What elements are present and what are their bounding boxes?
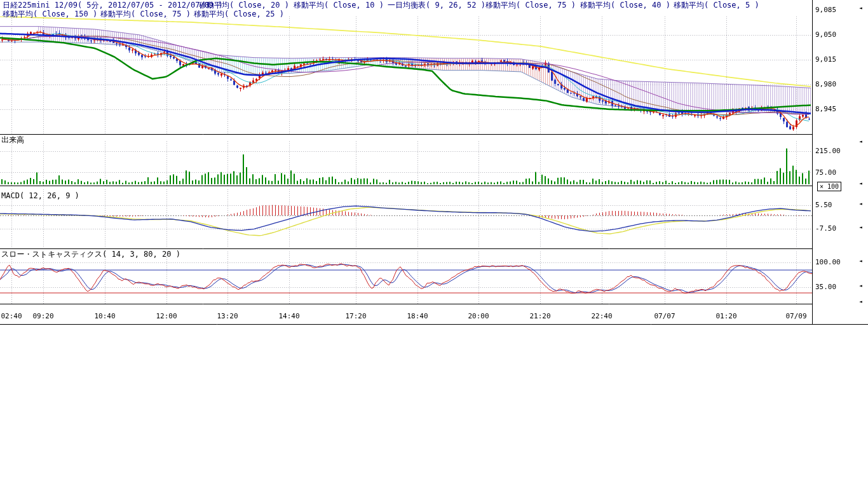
macd-axis-tick: -7.50 bbox=[815, 225, 836, 233]
macd-panel-label: MACD( 12, 26, 9 ) bbox=[1, 192, 79, 200]
chart-canvas[interactable] bbox=[0, 0, 868, 330]
charting-app-window: 日経225mini 12/09( 5分, 2012/07/05 - 2012/0… bbox=[0, 0, 868, 488]
axis-scroll-arrow-icon[interactable]: ◄ bbox=[859, 201, 862, 207]
indicator-label-ma25: 移動平均( Close, 25 ) bbox=[194, 10, 284, 18]
volume-multiplier-badge: × 100 bbox=[817, 182, 841, 191]
time-axis-tick: 13:20 bbox=[217, 313, 238, 320]
time-axis-tick: 07/09 bbox=[785, 313, 806, 320]
indicator-label-ma75b: 移動平均( Close, 75 ) bbox=[100, 10, 191, 18]
macd-axis-tick: 5.50 bbox=[815, 201, 832, 209]
time-axis-tick: 22:40 bbox=[591, 313, 612, 320]
time-axis-tick: 18:40 bbox=[407, 313, 428, 320]
time-axis-tick: 07/07 bbox=[654, 313, 675, 320]
axis-scroll-arrow-icon[interactable]: ◄ bbox=[859, 5, 862, 11]
time-axis-tick: 01:20 bbox=[715, 313, 736, 320]
indicator-label-ma75: 移動平均( Close, 75 ) bbox=[485, 1, 576, 10]
axis-scroll-arrow-icon[interactable]: ◄ bbox=[859, 180, 862, 186]
time-axis-tick: 20:00 bbox=[468, 313, 489, 320]
time-axis-tick: 02:40 bbox=[1, 313, 22, 320]
indicator-label-ma20: 移動平均( Close, 20 ) bbox=[199, 1, 289, 10]
indicator-label-ma5: 移動平均( Close, 5 ) bbox=[674, 1, 759, 10]
axis-scroll-arrow-icon[interactable]: ◄ bbox=[859, 299, 862, 304]
stoch-axis-tick: 35.00 bbox=[815, 283, 836, 291]
price-axis-tick: 9,015 bbox=[815, 56, 836, 64]
instrument-title: 日経225mini 12/09( 5分, 2012/07/05 - 2012/0… bbox=[3, 1, 223, 10]
indicator-label-ichimoku: 一目均衡表( 9, 26, 52 ) bbox=[388, 1, 485, 10]
time-axis-tick: 09:20 bbox=[32, 313, 53, 320]
price-axis-tick: 8,980 bbox=[815, 81, 836, 88]
time-axis-tick: 12:00 bbox=[156, 313, 177, 320]
time-axis-tick: 21:20 bbox=[529, 313, 550, 320]
volume-axis-tick: 75.00 bbox=[815, 169, 836, 177]
indicator-label-ma10: 移動平均( Close, 10 ) bbox=[294, 1, 384, 10]
price-axis-tick: 9,050 bbox=[815, 31, 836, 39]
volume-axis-tick: 215.00 bbox=[815, 147, 841, 155]
time-axis-tick: 14:40 bbox=[278, 313, 299, 320]
axis-scroll-arrow-icon[interactable]: ◄ bbox=[859, 224, 862, 230]
axis-scroll-arrow-icon[interactable]: ◄ bbox=[859, 258, 862, 264]
indicator-label-ma40: 移動平均( Close, 40 ) bbox=[580, 1, 670, 10]
price-axis-tick: 8,945 bbox=[815, 105, 836, 113]
price-axis-tick: 9,085 bbox=[815, 6, 836, 14]
time-axis-tick: 10:40 bbox=[94, 313, 115, 320]
time-axis-tick: 17:20 bbox=[345, 313, 366, 320]
stoch-axis-tick: 100.00 bbox=[815, 259, 841, 266]
axis-scroll-arrow-icon[interactable]: ◄ bbox=[859, 283, 862, 288]
indicator-label-ma150: 移動平均( Close, 150 ) bbox=[3, 10, 97, 18]
stochastics-panel-label: スロー・ストキャスティクス( 14, 3, 80, 20 ) bbox=[1, 250, 180, 259]
axis-scroll-arrow-icon[interactable]: ◄ bbox=[859, 139, 862, 144]
volume-panel-label: 出来高 bbox=[1, 136, 24, 144]
